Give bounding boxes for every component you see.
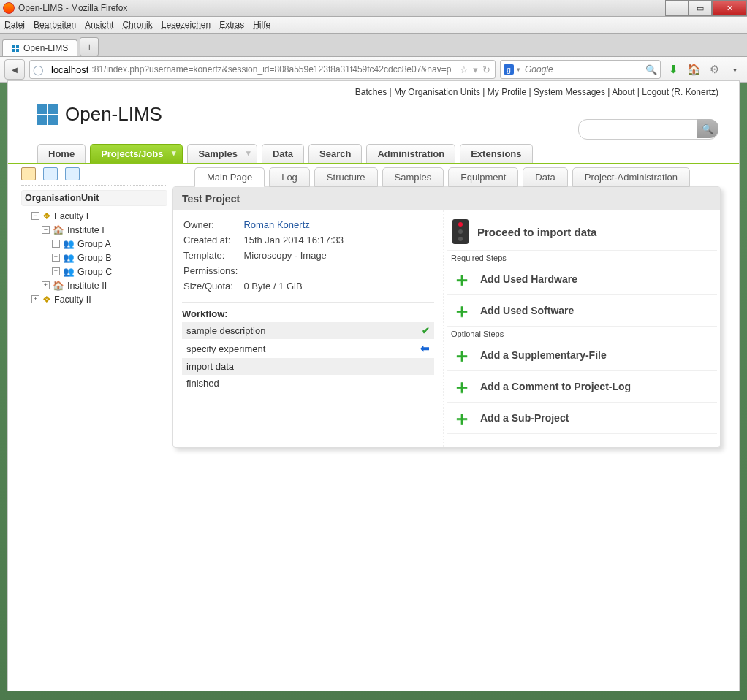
bookmark-icon[interactable]: ☆: [460, 64, 469, 75]
tree-node-faculty1[interactable]: −❖Faculty I: [31, 209, 167, 223]
arrow-left-icon: ⬅: [420, 342, 430, 355]
tab-title: Open-LIMS: [23, 43, 68, 53]
url-input[interactable]: [88, 61, 455, 78]
workflow-step[interactable]: specify experiment⬅: [182, 339, 434, 358]
menu-item[interactable]: Extras: [219, 20, 244, 30]
subtab-structure[interactable]: Structure: [314, 167, 378, 187]
add-software-button[interactable]: ＋Add Used Software: [447, 295, 717, 327]
subtab-projectadmin[interactable]: Project-Administration: [572, 167, 690, 187]
doc-icon[interactable]: [65, 167, 80, 180]
plus-icon: ＋: [452, 270, 471, 289]
subtab-main[interactable]: Main Page: [194, 167, 265, 187]
add-supplementary-button[interactable]: ＋Add a Supplementary-File: [447, 340, 717, 371]
nav-search[interactable]: Search: [308, 144, 362, 163]
meta-label: Owner:: [183, 218, 242, 232]
project-meta: Owner:Roman Konertz Created at:15th Jan …: [182, 216, 349, 294]
tree-node-institute1[interactable]: −🏠Institute I: [42, 223, 167, 237]
reload-icon[interactable]: ↻: [482, 64, 490, 75]
nav-extensions[interactable]: Extensions: [460, 144, 532, 163]
subtab-data[interactable]: Data: [523, 167, 567, 187]
menu-item[interactable]: Lesezeichen: [162, 20, 211, 30]
brand-text: Open-LIMS: [65, 103, 162, 126]
back-button[interactable]: ◄: [4, 59, 25, 80]
top-link[interactable]: Batches: [355, 87, 387, 97]
browser-tab[interactable]: Open-LIMS: [2, 39, 77, 56]
top-link[interactable]: My Profile: [488, 87, 526, 97]
addon-icon[interactable]: ⚙: [706, 61, 722, 77]
nav-samples[interactable]: Samples: [187, 144, 257, 163]
menu-item[interactable]: Chronik: [122, 20, 152, 30]
add-comment-button[interactable]: ＋Add a Comment to Project-Log: [447, 371, 717, 403]
menu-item[interactable]: Bearbeiten: [34, 20, 76, 30]
browser-menubar: Datei Bearbeiten Ansicht Chronik Lesezei…: [0, 17, 747, 34]
window-minimize-button[interactable]: —: [665, 0, 689, 16]
workflow-step[interactable]: sample description✔: [182, 322, 434, 339]
search-bar[interactable]: g▾ 🔍: [500, 60, 661, 79]
search-input[interactable]: [523, 64, 642, 75]
subtab-equipment[interactable]: Equipment: [448, 167, 518, 187]
add-hardware-button[interactable]: ＋Add Used Hardware: [447, 264, 717, 295]
meta-value: [243, 264, 348, 278]
meta-label: Created at:: [183, 233, 242, 247]
brand-logo[interactable]: Open-LIMS: [37, 103, 162, 126]
top-link[interactable]: My Organisation Units: [394, 87, 480, 97]
meta-label: Permissions:: [183, 264, 242, 278]
plus-icon: ＋: [452, 346, 471, 365]
check-icon: ✔: [422, 325, 430, 336]
tree-node-institute2[interactable]: +🏠Institute II: [42, 278, 167, 292]
top-link[interactable]: About: [612, 87, 634, 97]
search-icon[interactable]: 🔍: [645, 64, 657, 75]
home-icon[interactable]: 🏠: [686, 61, 702, 77]
favicon-icon: [12, 45, 19, 52]
plus-icon: ＋: [452, 408, 471, 427]
workflow-step[interactable]: finished: [182, 375, 434, 392]
url-host: localhost: [47, 64, 88, 75]
globe-icon: ◯: [30, 64, 47, 75]
nav-data[interactable]: Data: [262, 144, 304, 163]
tree-node-groupa[interactable]: +👥Group A: [52, 237, 167, 251]
downloads-icon[interactable]: ⬇: [665, 61, 681, 77]
firefox-icon: [3, 2, 15, 14]
top-link[interactable]: Logout (R. Konertz): [642, 87, 718, 97]
card-icon[interactable]: [43, 167, 58, 180]
menu-item[interactable]: Hilfe: [253, 20, 270, 30]
workflow-step[interactable]: import data: [182, 358, 434, 375]
nav-projects[interactable]: Projects/Jobs: [90, 144, 183, 163]
tree-header: OrganisationUnit: [21, 190, 167, 206]
home-ou-icon[interactable]: [21, 167, 36, 180]
subtab-log[interactable]: Log: [269, 167, 310, 187]
subtab-samples[interactable]: Samples: [382, 167, 444, 187]
sidebar: OrganisationUnit −❖Faculty I −🏠Institute…: [21, 167, 167, 306]
tree-node-groupc[interactable]: +👥Group C: [52, 265, 167, 278]
add-subproject-button[interactable]: ＋Add a Sub-Project: [447, 403, 717, 434]
window-maximize-button[interactable]: ▭: [689, 0, 712, 16]
tree-node-faculty2[interactable]: +❖Faculty II: [31, 292, 167, 306]
owner-link[interactable]: Roman Konertz: [243, 219, 309, 230]
content-area: Main Page Log Structure Samples Equipmen…: [172, 167, 721, 448]
site-search-button[interactable]: 🔍: [697, 119, 718, 138]
browser-navbar: ◄ ◯ localhost ☆▾↻ g▾ 🔍 ⬇ 🏠 ⚙ ▾: [0, 57, 747, 83]
workflow-list: sample description✔ specify experiment⬅ …: [182, 322, 434, 392]
org-tree: OrganisationUnit −❖Faculty I −🏠Institute…: [21, 185, 167, 306]
meta-label: Template:: [183, 248, 242, 262]
nav-home[interactable]: Home: [37, 144, 86, 163]
new-tab-button[interactable]: +: [80, 37, 99, 56]
traffic-light-icon: [452, 219, 469, 244]
menu-item[interactable]: Datei: [4, 20, 25, 30]
plus-icon: ＋: [452, 301, 471, 320]
nav-admin[interactable]: Administration: [366, 144, 455, 163]
sub-tabs: Main Page Log Structure Samples Equipmen…: [194, 167, 721, 187]
browser-tabstrip: Open-LIMS +: [0, 34, 747, 57]
window-titlebar: Open-LIMS - Mozilla Firefox — ▭ ✕: [0, 0, 747, 17]
site-search-input[interactable]: 🔍: [578, 119, 718, 140]
menu-item[interactable]: Ansicht: [85, 20, 113, 30]
proceed-button[interactable]: Proceed to import data: [447, 213, 717, 251]
address-bar[interactable]: ◯ localhost ☆▾↻: [29, 60, 496, 79]
top-link[interactable]: System Messages: [534, 87, 605, 97]
meta-value: 0 Byte / 1 GiB: [243, 279, 348, 293]
tree-node-groupb[interactable]: +👥Group B: [52, 251, 167, 265]
section-header: Required Steps: [447, 251, 717, 264]
menu-dropdown-icon[interactable]: ▾: [727, 61, 743, 77]
window-close-button[interactable]: ✕: [712, 0, 747, 16]
meta-value: 15th Jan 2014 16:17:33: [243, 233, 348, 247]
